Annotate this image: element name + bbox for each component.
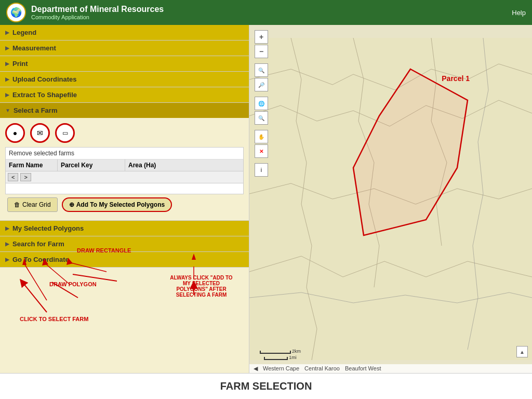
map-panel: + − 🔍 🔎 🌐 🔍 ✋ ✕ i Parcel 1 ◀ Western Cap… <box>249 25 532 373</box>
add-polygons-label: Add To My Selected Polygons <box>76 201 165 208</box>
my-polygons-label: My Selected Polygons <box>12 224 84 232</box>
accordion-my-polygons: ▶ My Selected Polygons <box>0 221 249 236</box>
arrow-icon-upload: ▶ <box>5 76 9 82</box>
location-central-karoo: Central Karoo <box>304 365 340 372</box>
tool-buttons: ● ✉ ▭ <box>5 123 244 143</box>
accordion-header-my-polygons[interactable]: ▶ My Selected Polygons <box>0 221 249 236</box>
header-left: 🌍 Department of Mineral Resources Commod… <box>6 3 164 22</box>
annotation-draw-polygon: DRAW POLYGON <box>49 281 97 287</box>
location-western-cape: Western Cape <box>263 365 299 372</box>
info-button[interactable]: i <box>255 163 268 177</box>
farm-table-container: Remove selected farms Farm Name Parcel K… <box>5 147 244 194</box>
arrow-icon-go-coordinate: ▶ <box>5 257 9 262</box>
map-svg <box>249 25 532 373</box>
accordion-header-go-coordinate[interactable]: ▶ Go To Coordinate <box>0 252 249 267</box>
polygon-tool-button[interactable]: ✉ <box>30 123 50 143</box>
main-layout: ▶ Legend ▶ Measurement ▶ Print ▶ Upload … <box>0 25 532 373</box>
select-farm-label: Select a Farm <box>14 107 58 114</box>
col-farm-name: Farm Name <box>6 159 58 171</box>
logo-icon: 🌍 <box>10 7 22 18</box>
select-tool-button[interactable]: ● <box>5 123 25 143</box>
scale-mi-label: 1mi <box>289 355 297 360</box>
arrow-icon-legend: ▶ <box>5 30 9 35</box>
bottom-title: FARM SELECTION <box>0 373 532 399</box>
arrow-icon-select-farm: ▼ <box>5 108 10 113</box>
prev-page-button[interactable]: < <box>8 173 18 181</box>
delete-button[interactable]: ✕ <box>255 144 268 158</box>
help-button[interactable]: Help <box>512 9 526 17</box>
arrow-icon-my-polygons: ▶ <box>5 225 9 231</box>
arrow-icon-search-farm: ▶ <box>5 241 9 247</box>
scale-bar: 2km 1mi <box>260 349 301 360</box>
col-parcel-key: Parcel Key <box>58 159 125 171</box>
zoom-out-button[interactable]: − <box>255 45 268 58</box>
table-body <box>6 183 243 194</box>
scale-km-label: 2km <box>292 349 301 354</box>
collapse-icon[interactable]: ▲ <box>516 346 528 357</box>
accordion-header-upload[interactable]: ▶ Upload Coordinates <box>0 72 249 87</box>
search-farm-label: Search for Farm <box>12 240 64 248</box>
col-area: Area (Ha) <box>125 159 243 171</box>
zoom-extent-button[interactable]: 🔍 <box>255 63 268 77</box>
accordion-upload: ▶ Upload Coordinates <box>0 72 249 87</box>
accordion-header-legend[interactable]: ▶ Legend <box>0 25 249 40</box>
left-panel: ▶ Legend ▶ Measurement ▶ Print ▶ Upload … <box>0 25 249 373</box>
remove-selected-farms-button[interactable]: Remove selected farms <box>6 148 243 159</box>
table-header: Farm Name Parcel Key Area (Ha) <box>6 159 243 171</box>
arrow-icon-measurement: ▶ <box>5 45 9 51</box>
accordion-header-select-farm[interactable]: ▼ Select a Farm <box>0 103 249 118</box>
zoom-in-button[interactable]: + <box>255 30 268 44</box>
accordion-header-measurement[interactable]: ▶ Measurement <box>0 41 249 56</box>
globe-button[interactable]: 🌐 <box>255 97 268 110</box>
header-title: Department of Mineral Resources Commodit… <box>31 5 164 20</box>
map-location-bar: ◀ Western Cape Central Karoo Beaufort We… <box>249 364 532 373</box>
measurement-label: Measurement <box>12 44 56 52</box>
pan-button[interactable]: ✋ <box>255 130 268 143</box>
accordion-go-coordinate: ▶ Go To Coordinate <box>0 252 249 268</box>
svg-line-4 <box>24 264 47 300</box>
farm-selection-title: FARM SELECTION <box>220 380 312 392</box>
scale-line-km <box>260 351 291 354</box>
print-label: Print <box>12 60 28 68</box>
go-coordinate-label: Go To Coordinate <box>12 256 69 263</box>
next-page-button[interactable]: > <box>20 173 31 181</box>
legend-label: Legend <box>12 29 36 36</box>
accordion-measurement: ▶ Measurement <box>0 41 249 56</box>
svg-line-0 <box>22 282 47 312</box>
accordion-header-search-farm[interactable]: ▶ Search for Farm <box>0 236 249 251</box>
add-polygons-icon: ⊕ <box>69 201 74 208</box>
accordion-search-farm: ▶ Search for Farm <box>0 236 249 252</box>
collapse-button[interactable]: ▲ <box>516 346 528 357</box>
zoom-region-button[interactable]: 🔍 <box>255 111 268 125</box>
location-beaufort-west: Beaufort West <box>345 365 381 372</box>
select-farm-content: ● ✉ ▭ Remove selected farms Farm Nam <box>0 118 249 220</box>
clear-grid-icon: 🗑 <box>14 201 20 208</box>
add-polygons-button[interactable]: ⊕ Add To My Selected Polygons <box>62 197 172 212</box>
accordion-print: ▶ Print <box>0 56 249 72</box>
rectangle-tool-button[interactable]: ▭ <box>55 123 75 143</box>
select-icon: ● <box>13 129 17 137</box>
app-title: Department of Mineral Resources <box>31 5 164 14</box>
location-prev-button[interactable]: ◀ <box>254 365 258 372</box>
header-logo: 🌍 <box>6 3 26 22</box>
upload-label: Upload Coordinates <box>12 75 77 83</box>
annotation-click-select: CLICK TO SELECT FARM <box>20 316 88 322</box>
clear-grid-label: Clear Grid <box>22 201 51 208</box>
accordion-header-print[interactable]: ▶ Print <box>0 56 249 71</box>
accordion-legend: ▶ Legend <box>0 25 249 41</box>
parcel-label: Parcel 1 <box>442 74 470 83</box>
action-buttons: 🗑 Clear Grid ⊕ Add To My Selected Polygo… <box>5 194 244 215</box>
clear-grid-button[interactable]: 🗑 Clear Grid <box>7 197 58 212</box>
svg-line-1 <box>52 282 78 298</box>
scale-line-mi <box>264 357 288 360</box>
table-nav-row: < > <box>6 171 243 183</box>
svg-line-2 <box>73 274 117 281</box>
app-subtitle: Commodity Application <box>31 14 164 20</box>
arrow-icon-extract: ▶ <box>5 92 9 98</box>
accordion-extract: ▶ Extract To Shapefile <box>0 87 249 103</box>
accordion-header-extract[interactable]: ▶ Extract To Shapefile <box>0 87 249 102</box>
zoom-out-extent-button[interactable]: 🔎 <box>255 78 268 91</box>
annotation-add-polygons: ALWAYS CLICK "ADD TOMY SELECTEDPOLYGONS"… <box>158 275 244 298</box>
map-controls: + − 🔍 🔎 🌐 🔍 ✋ ✕ i <box>255 30 268 177</box>
rectangle-icon: ▭ <box>62 129 68 137</box>
